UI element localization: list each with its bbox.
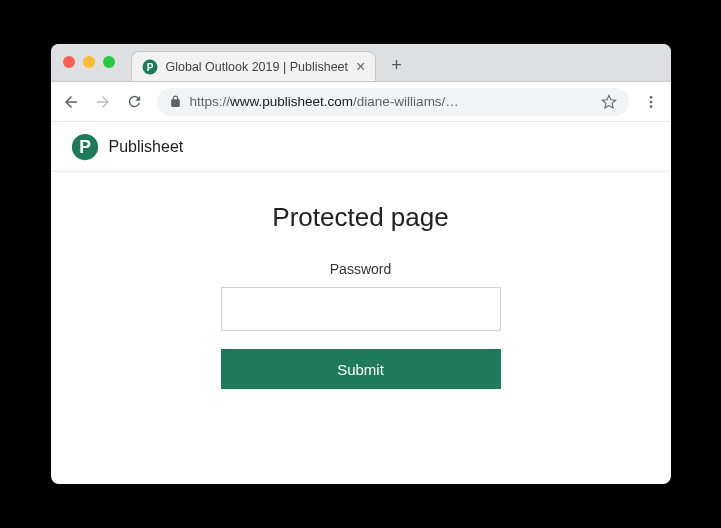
svg-text:P: P (79, 137, 91, 157)
publisheet-favicon-icon: P (142, 59, 158, 75)
svg-point-2 (649, 96, 652, 99)
submit-button[interactable]: Submit (221, 349, 501, 389)
site-header: P Publisheet (51, 122, 671, 172)
lock-icon (169, 95, 182, 108)
window-controls (63, 56, 115, 68)
bookmark-star-icon[interactable] (601, 94, 617, 110)
brand-name: Publisheet (109, 138, 184, 156)
back-button[interactable] (61, 92, 81, 112)
address-bar[interactable]: https://www.publisheet.com/diane-william… (157, 88, 629, 116)
svg-point-4 (649, 105, 652, 108)
window-titlebar: P Global Outlook 2019 | Publisheet × + (51, 44, 671, 82)
arrow-left-icon (62, 93, 80, 111)
tab-strip: P Global Outlook 2019 | Publisheet × + (131, 44, 411, 81)
new-tab-button[interactable]: + (382, 51, 410, 79)
forward-button[interactable] (93, 92, 113, 112)
browser-toolbar: https://www.publisheet.com/diane-william… (51, 82, 671, 122)
svg-point-3 (649, 100, 652, 103)
close-window-button[interactable] (63, 56, 75, 68)
maximize-window-button[interactable] (103, 56, 115, 68)
password-input[interactable] (221, 287, 501, 331)
password-label: Password (330, 261, 391, 277)
publisheet-logo-icon: P (71, 133, 99, 161)
arrow-right-icon (94, 93, 112, 111)
reload-button[interactable] (125, 92, 145, 112)
close-tab-icon[interactable]: × (356, 59, 365, 75)
page-viewport: P Publisheet Protected page Password Sub… (51, 122, 671, 484)
page-title: Protected page (272, 202, 448, 233)
kebab-menu-icon (643, 94, 659, 110)
browser-menu-button[interactable] (641, 94, 661, 110)
browser-tab[interactable]: P Global Outlook 2019 | Publisheet × (131, 51, 377, 81)
minimize-window-button[interactable] (83, 56, 95, 68)
tab-title: Global Outlook 2019 | Publisheet (166, 60, 349, 74)
page-content: Protected page Password Submit (51, 172, 671, 484)
svg-text:P: P (146, 61, 153, 72)
url-text: https://www.publisheet.com/diane-william… (190, 94, 593, 109)
browser-window: P Global Outlook 2019 | Publisheet × + h… (51, 44, 671, 484)
reload-icon (126, 93, 143, 110)
